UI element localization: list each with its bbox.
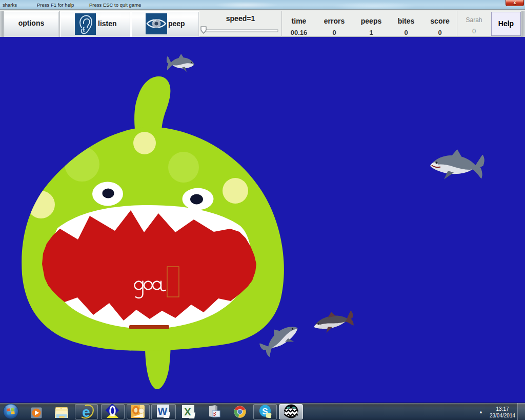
svg-text:X: X xyxy=(184,406,191,417)
svg-text:W: W xyxy=(158,406,168,417)
